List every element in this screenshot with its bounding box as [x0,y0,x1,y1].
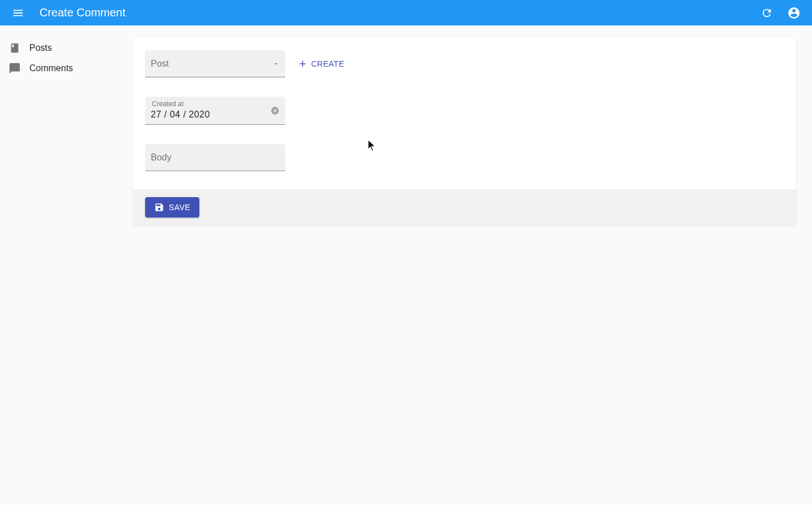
account-button[interactable] [784,3,804,23]
create-button[interactable]: CREATE [293,55,349,72]
created-at-value: 27 / 04 / 2020 [151,102,210,120]
plus-icon [298,59,311,69]
clear-icon[interactable] [270,106,280,115]
post-select[interactable]: Post [145,50,285,77]
book-icon [8,41,21,55]
appbar: Create Comment [0,0,812,25]
chevron-down-icon [273,60,280,67]
form-row-created-at: Created at 27 / 04 / 2020 [145,97,784,125]
refresh-icon [761,7,773,19]
card-body: Post CREATE Created at [133,38,796,189]
sidebar-item-posts[interactable]: Posts [0,38,133,58]
create-button-label: CREATE [311,59,344,68]
refresh-button[interactable] [757,3,777,23]
sidebar: Posts Comments [0,25,133,505]
comment-icon [8,62,21,75]
main-content: Post CREATE Created at [133,25,812,505]
sidebar-item-label: Posts [29,43,52,53]
layout: Posts Comments Post [0,25,812,505]
card-footer: SAVE [133,189,796,225]
save-button[interactable]: SAVE [145,197,199,217]
menu-icon [12,7,24,19]
sidebar-item-label: Comments [29,63,73,73]
save-icon [154,202,169,212]
form-card: Post CREATE Created at [133,38,796,225]
sidebar-item-comments[interactable]: Comments [0,58,133,79]
body-field[interactable]: Body [145,144,285,171]
form-row-body: Body [145,144,784,171]
body-field-label: Body [151,153,171,163]
post-select-label: Post [151,59,169,69]
created-at-field[interactable]: Created at 27 / 04 / 2020 [145,97,285,125]
save-button-label: SAVE [169,203,190,212]
form-row-post: Post CREATE [145,50,784,77]
menu-button[interactable] [8,3,28,23]
account-circle-icon [787,6,801,20]
page-title: Create Comment [40,6,125,19]
